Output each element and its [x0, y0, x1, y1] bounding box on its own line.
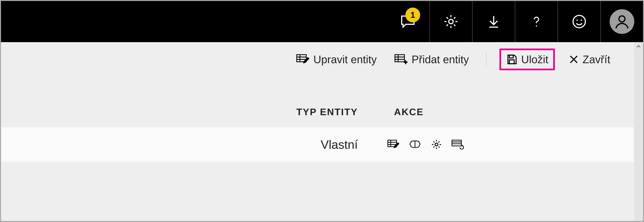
- smiley-icon: [571, 13, 588, 30]
- svg-rect-25: [452, 140, 461, 146]
- svg-point-0: [449, 20, 453, 24]
- svg-point-1: [536, 25, 537, 27]
- save-label: Uložit: [521, 53, 548, 66]
- question-icon: [530, 13, 543, 31]
- save-icon: [506, 54, 518, 65]
- svg-point-4: [580, 20, 582, 21]
- notifications-button[interactable]: 1: [386, 1, 429, 42]
- avatar: [610, 9, 634, 34]
- brain-icon: [409, 139, 421, 150]
- svg-point-5: [619, 16, 625, 22]
- table-edit-icon: [388, 140, 400, 149]
- cell-actions: [371, 138, 536, 151]
- header-actions: AKCE: [371, 106, 536, 117]
- svg-rect-16: [510, 55, 513, 58]
- save-button[interactable]: Uložit: [500, 49, 555, 70]
- download-button[interactable]: [472, 1, 515, 42]
- row-ai-button[interactable]: [409, 138, 421, 151]
- svg-point-2: [573, 16, 586, 28]
- table-refresh-icon: [452, 140, 464, 149]
- svg-rect-10: [395, 55, 404, 62]
- gear-icon: [431, 139, 442, 150]
- account-button[interactable]: [600, 1, 643, 42]
- notification-badge: 1: [406, 8, 420, 22]
- help-button[interactable]: [515, 1, 558, 42]
- header-entity-type: TYP ENTITY: [1, 106, 371, 117]
- close-label: Zavřít: [582, 53, 610, 66]
- download-icon: [486, 13, 501, 30]
- settings-button[interactable]: [429, 1, 472, 42]
- close-button[interactable]: Zavřít: [565, 51, 614, 68]
- add-entities-label: Přidat entity: [412, 53, 469, 66]
- edit-entities-button[interactable]: Upravit entity: [292, 51, 381, 68]
- cell-entity-type: Vlastní: [1, 138, 371, 152]
- table-add-icon: [394, 54, 408, 65]
- table-edit-icon: [296, 54, 310, 65]
- toolbar-separator: [486, 53, 486, 66]
- svg-point-24: [435, 143, 438, 146]
- vertical-scrollbar[interactable]: [634, 42, 643, 221]
- edit-entities-label: Upravit entity: [314, 53, 377, 66]
- scroll-up-icon[interactable]: [635, 43, 642, 50]
- content-area: Upravit entity Přidat entity: [1, 42, 643, 221]
- table-headers: TYP ENTITY AKCE: [1, 106, 634, 117]
- svg-rect-17: [510, 60, 514, 64]
- svg-point-3: [576, 20, 578, 21]
- action-toolbar: Upravit entity Přidat entity: [1, 42, 634, 73]
- feedback-button[interactable]: [558, 1, 600, 42]
- row-edit-button[interactable]: [388, 138, 400, 151]
- row-refresh-button[interactable]: [452, 138, 464, 151]
- app-frame: 1: [0, 0, 644, 222]
- row-settings-button[interactable]: [430, 138, 442, 151]
- person-icon: [613, 13, 631, 31]
- close-icon: [569, 54, 579, 65]
- add-entities-button[interactable]: Přidat entity: [390, 51, 473, 68]
- top-bar: 1: [1, 1, 643, 42]
- gear-icon: [443, 13, 459, 30]
- table-row: Vlastní: [1, 127, 634, 162]
